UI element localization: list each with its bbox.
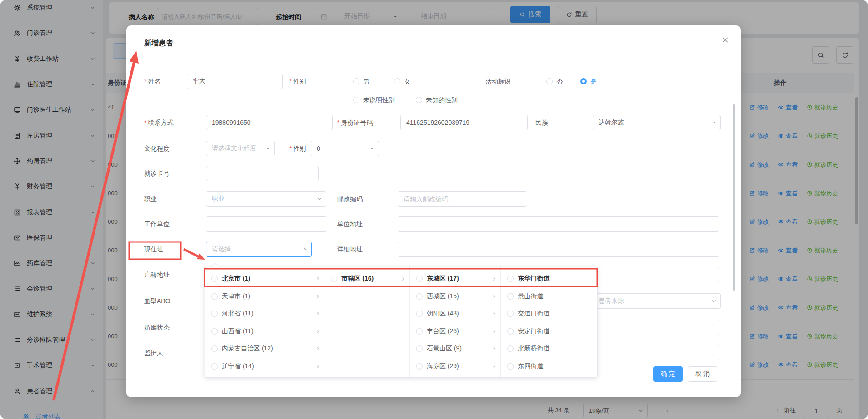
chevron-right-icon xyxy=(400,276,406,281)
radio-icon xyxy=(211,293,218,300)
cascader-option[interactable]: 河北省 (11) xyxy=(205,305,324,323)
cascader-option[interactable]: 西城区 (15) xyxy=(410,288,501,306)
cascader-option[interactable]: 丰台区 (26) xyxy=(410,323,501,340)
cascader-option[interactable]: 石景山区 (9) xyxy=(410,340,501,358)
chevron-right-icon xyxy=(491,329,497,334)
radio-icon xyxy=(211,363,218,370)
cascader-option[interactable]: 辽宁省 (14) xyxy=(205,358,324,375)
name-label: *姓名 xyxy=(144,74,160,89)
radio-icon xyxy=(353,97,359,103)
radio-icon xyxy=(416,97,422,103)
cascader-option[interactable]: 山西省 (11) xyxy=(205,323,324,340)
radio-selected-icon xyxy=(580,78,587,84)
postal-code-input[interactable] xyxy=(398,191,527,207)
chevron-right-icon xyxy=(491,346,497,351)
cascader-option[interactable]: 北新桥街道 xyxy=(501,340,597,358)
cascader-option[interactable]: 内蒙古自治区 (12) xyxy=(205,340,324,358)
radio-icon xyxy=(353,78,359,84)
cascader-street-column: 东华门街道 景山街道 交道口街道 安定门街道 xyxy=(501,267,597,377)
current-address-cascader[interactable]: 请选择 xyxy=(206,242,312,257)
app-window: 系统管理 门诊管理 收费工作站 住院管理 xyxy=(0,0,868,419)
cascader-option[interactable]: 安定门街道 xyxy=(501,323,597,340)
chevron-right-icon xyxy=(315,311,320,316)
radio-icon xyxy=(507,293,514,300)
ethnicity-select[interactable]: 达斡尔族 xyxy=(593,115,721,130)
radio-icon xyxy=(507,345,514,352)
detail-address-input[interactable] xyxy=(398,242,719,257)
radio-icon xyxy=(507,276,514,282)
visit-card-label: 就诊卡号 xyxy=(144,166,170,181)
chevron-down-icon xyxy=(369,146,375,151)
chevron-right-icon xyxy=(491,311,497,316)
chevron-right-icon xyxy=(315,364,320,369)
cascader-city-column: 市辖区 (16) xyxy=(324,267,410,377)
radio-icon xyxy=(211,276,218,282)
cascader-option[interactable]: 东华门街道 xyxy=(501,270,597,288)
chevron-down-icon xyxy=(711,120,717,125)
active-flag-label: 活动标识 xyxy=(485,74,511,89)
chevron-right-icon xyxy=(491,276,497,281)
cascader-option[interactable]: 东城区 (17) xyxy=(410,270,501,288)
cascader-option[interactable]: 朝阳区 (43) xyxy=(410,305,501,323)
ethnicity-label: 民族 xyxy=(535,115,548,130)
postal-code-label: 邮政编码 xyxy=(337,191,363,207)
gender-female-radio[interactable]: 女 xyxy=(394,74,410,89)
dialog-scrollbar[interactable] xyxy=(733,104,735,291)
gender-male-radio[interactable]: 男 xyxy=(353,74,369,89)
radio-icon xyxy=(331,276,337,282)
id-number-label: *身份证号码 xyxy=(337,115,373,130)
radio-icon xyxy=(507,311,514,317)
active-flag-no-radio[interactable]: 否 xyxy=(546,74,563,89)
radio-icon xyxy=(416,293,423,300)
gender-unexplained-radio[interactable]: 未说明性别 xyxy=(353,92,395,108)
name-input[interactable] xyxy=(187,74,283,89)
cancel-button[interactable]: 取 消 xyxy=(688,366,717,382)
guardian-label: 监护人 xyxy=(144,345,163,360)
education-select[interactable]: 请选择文化程度 xyxy=(206,141,275,156)
occupation-label: 职业 xyxy=(144,191,157,207)
close-icon[interactable] xyxy=(722,36,729,44)
active-flag-yes-radio[interactable]: 是 xyxy=(580,74,597,89)
chevron-right-icon xyxy=(491,294,497,299)
patient-source-select[interactable]: 患者来源 xyxy=(593,293,721,309)
chevron-right-icon xyxy=(315,346,320,351)
gender-label: *性别 xyxy=(289,74,306,89)
contact-input[interactable] xyxy=(206,115,333,130)
cascader-option[interactable]: 交道口街道 xyxy=(501,305,597,323)
chevron-down-icon xyxy=(265,146,271,151)
current-address-label: 现住址 xyxy=(144,242,163,257)
work-unit-label: 工作单位 xyxy=(144,216,170,232)
radio-icon xyxy=(507,363,514,370)
cascader-option[interactable]: 东四街道 xyxy=(501,358,597,375)
radio-icon xyxy=(546,78,553,84)
cascader-district-column: 东城区 (17) 西城区 (15) 朝阳区 (43) 丰台 xyxy=(410,267,501,377)
chevron-down-icon xyxy=(711,298,717,304)
work-unit-input[interactable] xyxy=(206,216,327,232)
blood-type-label: 血型ABO xyxy=(144,293,170,309)
education-label: 文化程度 xyxy=(144,141,170,156)
gender-code-label: *性别 xyxy=(289,141,306,156)
cascader-province-column: 北京市 (1) 天津市 (1) 河北省 (11) 山西省 xyxy=(205,267,324,377)
occupation-select[interactable]: 职业 xyxy=(206,191,326,207)
id-number-input[interactable] xyxy=(400,115,528,130)
chevron-right-icon xyxy=(491,364,497,369)
cascader-option[interactable]: 海淀区 (29) xyxy=(410,358,501,375)
marital-status-label: 婚姻状态 xyxy=(144,320,170,335)
chevron-down-icon xyxy=(317,196,322,202)
radio-icon xyxy=(211,328,218,335)
cascader-option[interactable]: 市辖区 (16) xyxy=(324,270,409,288)
radio-icon xyxy=(416,328,423,335)
gender-unknown-radio[interactable]: 未知的性别 xyxy=(416,92,458,108)
chevron-right-icon xyxy=(315,329,320,334)
cascader-option[interactable]: 天津市 (1) xyxy=(205,288,324,306)
chevron-up-icon xyxy=(302,246,308,252)
confirm-button[interactable]: 确 定 xyxy=(653,366,683,382)
visit-card-input[interactable] xyxy=(206,166,319,181)
unit-address-input[interactable] xyxy=(398,216,719,232)
gender-code-select[interactable]: 0 xyxy=(311,141,379,156)
unit-address-label: 单位地址 xyxy=(337,216,363,232)
radio-icon xyxy=(416,345,423,352)
cascader-option[interactable]: 景山街道 xyxy=(501,288,597,306)
cascader-option[interactable]: 北京市 (1) xyxy=(205,270,324,288)
radio-icon xyxy=(211,345,218,352)
